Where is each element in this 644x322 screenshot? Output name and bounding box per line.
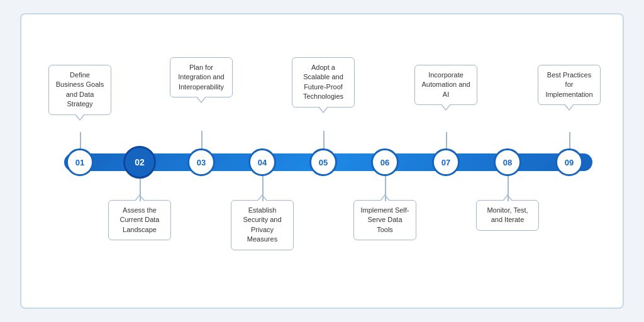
callout-bottom-6: Implement Self-Serve Data Tools	[353, 200, 416, 240]
callout-top-3: Plan for Integration and Interoperabilit…	[170, 57, 233, 97]
connector-4-bottom	[262, 176, 264, 201]
callout-bottom-8: Monitor, Test, and Iterate	[476, 200, 539, 231]
step-09: 09	[555, 148, 583, 176]
connector-2-bottom	[140, 176, 141, 201]
callout-top-9: Best Practices for Implementation	[538, 65, 601, 105]
callout-top-5: Adopt a Scalable and Future-Proof Techno…	[292, 57, 355, 108]
connector-8-bottom	[508, 176, 509, 201]
step-01: 01	[66, 148, 94, 176]
step-02: 02	[123, 146, 156, 179]
callout-top-1: Define Business Goals and Data Strategy	[48, 65, 111, 115]
callout-bottom-2: Assess the Current Data Landscape	[108, 200, 171, 240]
step-04: 04	[248, 148, 276, 176]
step-05: 05	[309, 148, 337, 176]
step-06: 06	[371, 148, 399, 176]
step-03: 03	[187, 148, 215, 176]
connector-6-bottom	[385, 176, 386, 201]
step-08: 08	[494, 148, 521, 176]
timeline-area: 01 02 03 04 05 06 07 08 09	[45, 14, 599, 308]
callout-bottom-4: Establish Security and Privacy Measures	[231, 200, 294, 250]
step-07: 07	[432, 148, 460, 176]
main-container: 01 02 03 04 05 06 07 08 09	[20, 13, 624, 309]
callout-top-7: Incorporate Automation and AI	[414, 65, 477, 105]
